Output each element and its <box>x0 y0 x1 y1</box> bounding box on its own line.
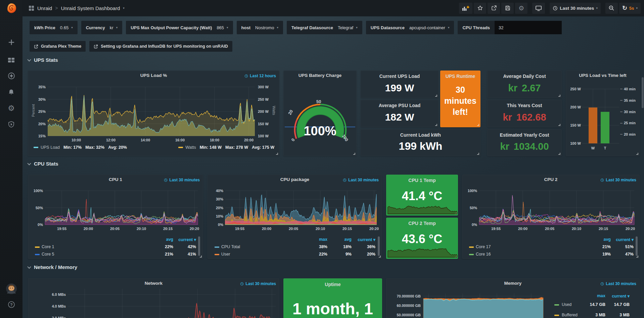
cpu-threads-input[interactable] <box>495 21 562 34</box>
panel-title[interactable]: UPS Runtime <box>441 74 480 79</box>
panel-resize-handle[interactable] <box>558 95 560 97</box>
panel-resize-handle[interactable] <box>200 256 202 258</box>
panel-title[interactable]: Current Load kWh <box>361 132 480 138</box>
variable-kwh-price[interactable]: kWh Price 0.65▾ <box>30 21 78 34</box>
legend-series-marker <box>215 246 219 248</box>
panel-resize-handle[interactable] <box>435 95 437 97</box>
configuration-gear-icon[interactable]: ⚙ <box>0 104 22 112</box>
share-button[interactable] <box>488 3 500 14</box>
time-range-picker[interactable]: Last 30 minutes ▾ <box>550 3 601 14</box>
legend-column-header[interactable]: current ▾ <box>350 237 375 242</box>
legend-series-name[interactable]: UPS Load <box>41 145 60 150</box>
tv-mode-button[interactable] <box>532 3 545 14</box>
section-cpu-stats[interactable]: CPU Stats <box>28 161 58 167</box>
dashboard-settings-button[interactable]: ⚙ <box>515 3 527 14</box>
legend-column-header[interactable]: max <box>580 293 605 298</box>
grafana-logo-icon[interactable] <box>0 3 22 14</box>
panel-ups-runtime: UPS Runtime 30 minutes left! <box>440 71 480 127</box>
breadcrumb-app[interactable]: Unraid <box>37 5 52 11</box>
chevron-down-icon[interactable]: ▾ <box>123 7 125 10</box>
x-axis-tick: 19:55 <box>57 227 66 231</box>
dashboards-icon[interactable] <box>0 57 22 63</box>
x-axis-tick: 20:20 <box>190 227 199 231</box>
legend-scrollbar[interactable] <box>636 236 638 256</box>
legend-column-header[interactable]: current ▾ <box>604 293 630 299</box>
panel-resize-handle[interactable] <box>477 124 479 126</box>
panel-title[interactable]: Estimated Yearly Cost <box>488 132 561 138</box>
panel-time-range[interactable]: Last 30 minutes <box>600 178 636 182</box>
panel-time-range[interactable]: Last 30 minutes <box>343 178 379 182</box>
variable-label: kWh Price <box>34 25 55 30</box>
explore-compass-icon[interactable] <box>0 72 22 80</box>
panel-title[interactable]: Average Daily Cost <box>488 74 561 79</box>
variable-telegraf-datasource[interactable]: Telegraf Datasource Telegraf▾ <box>287 21 362 34</box>
legend-column-header[interactable]: max <box>302 237 327 242</box>
variable-currency[interactable]: Currency kr▾ <box>81 21 122 34</box>
legend-series-name[interactable]: User <box>221 252 230 257</box>
panel-resize-handle[interactable] <box>477 153 479 155</box>
legend-column-header[interactable]: current ▾ <box>608 237 634 242</box>
variable-ups-max-output[interactable]: UPS Max Output Power Capacity (Watt) 865… <box>126 21 233 34</box>
panel-title[interactable]: UPS Battery Charge <box>284 73 356 78</box>
panel-resize-handle[interactable] <box>558 124 560 126</box>
legend-scrollbar[interactable] <box>378 236 380 256</box>
chart-canvas <box>479 191 634 225</box>
panel-time-range[interactable]: Last 12 hours <box>244 74 276 78</box>
refresh-picker[interactable]: ↻ 5s ▾ <box>619 3 641 14</box>
star-button[interactable] <box>474 3 486 14</box>
link-grafana-plex-theme[interactable]: Grafana Plex Theme <box>30 41 86 52</box>
panel-title[interactable]: CPU 1 Temp <box>386 178 458 183</box>
save-button[interactable] <box>501 3 514 14</box>
chevron-down-icon <box>27 265 31 268</box>
breadcrumb-dashboard-title[interactable]: Unraid System Dashboard <box>61 5 120 11</box>
page-scrollbar-thumb[interactable] <box>642 77 644 108</box>
legend-stat: Avg: 20% <box>108 145 127 150</box>
section-network-memory[interactable]: Network / Memory <box>28 264 77 270</box>
apps-grid-icon[interactable] <box>29 5 34 11</box>
legend-series-name[interactable]: Core 1 <box>42 244 54 249</box>
panel-resize-handle[interactable] <box>276 153 278 155</box>
user-avatar[interactable] <box>0 283 22 294</box>
legend-series-name[interactable]: Buffered <box>562 313 578 317</box>
legend-series-name[interactable]: Used <box>562 302 571 307</box>
legend-series-name[interactable]: Core 17 <box>476 244 491 249</box>
legend-series-name[interactable]: CPU Total <box>221 244 240 249</box>
panel-title[interactable]: CPU 2 Temp <box>386 221 458 226</box>
legend-series-name[interactable]: Core 16 <box>476 252 491 257</box>
legend-column-header[interactable]: current ▾ <box>171 237 196 242</box>
legend-series-name[interactable]: Watts <box>185 145 196 150</box>
add-panel-button[interactable] <box>459 3 472 14</box>
variable-ups-datasource[interactable]: UPS Datasource apcupsd-container▾ <box>366 21 454 34</box>
section-ups-stats[interactable]: UPS Stats <box>28 57 58 63</box>
panel-time-range[interactable]: Last 30 minutes <box>164 178 200 182</box>
panel-time-range[interactable]: Last 30 minutes <box>600 281 636 286</box>
legend-scrollbar[interactable] <box>198 236 200 256</box>
legend-column-header[interactable]: avg <box>148 237 173 242</box>
panel-resize-handle[interactable] <box>435 124 437 126</box>
x-axis-tick: 12:00 <box>106 138 116 142</box>
panel-title[interactable]: UPS Load vs Time left <box>566 73 639 78</box>
panel-title[interactable]: Uptime <box>284 282 382 287</box>
create-plus-icon[interactable] <box>0 39 22 46</box>
help-icon[interactable]: ? <box>0 301 22 308</box>
panel-resize-handle[interactable] <box>558 153 560 155</box>
panel-title[interactable]: UPS Load % <box>28 73 279 78</box>
panel-resize-handle[interactable] <box>379 256 381 258</box>
x-axis-tick: 20:20 <box>626 227 635 231</box>
zoom-out-button[interactable] <box>605 3 618 14</box>
y-axis-tick: 0% <box>462 223 477 227</box>
breadcrumb-separator: > <box>55 5 58 11</box>
link-ups-monitoring-guide[interactable]: Setting up Grafana and InfluxDB for UPS … <box>89 41 232 52</box>
panel-title[interactable]: Average PSU Load <box>361 103 438 108</box>
panel-title[interactable]: Current UPS Load <box>361 74 438 79</box>
legend-series-name[interactable]: Core 5 <box>42 252 54 257</box>
panel-time-range[interactable]: Last 30 minutes <box>240 281 276 286</box>
clock-icon <box>553 6 558 11</box>
variable-host[interactable]: host Nostromo▾ <box>237 21 283 34</box>
panel-title[interactable]: This Years Cost <box>488 103 561 108</box>
legend-column-header[interactable]: avg <box>585 237 611 242</box>
legend-series-value: 47% <box>608 252 634 257</box>
legend-column-header[interactable]: avg <box>326 237 352 242</box>
alerting-bell-icon[interactable] <box>0 89 22 96</box>
server-admin-shield-icon[interactable] <box>0 121 22 128</box>
